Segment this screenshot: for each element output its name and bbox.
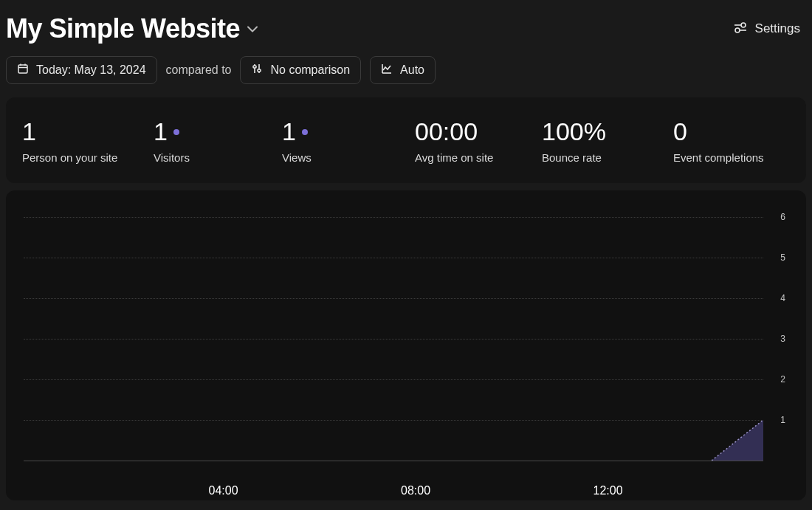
gridline [24,258,763,258]
chart-line-icon [381,63,393,77]
x-axis-label: 12:00 [593,484,623,497]
interval-label: Auto [400,63,424,77]
pulse-dot-icon [302,129,308,135]
date-picker-button[interactable]: Today: May 13, 2024 [6,56,157,84]
chart-area[interactable]: 123456 [24,202,791,468]
svg-rect-4 [18,65,27,73]
stat-label: Event completions [673,151,799,164]
y-axis-label: 2 [780,374,785,385]
gridline [24,298,763,299]
stat-people-on-site[interactable]: 1 Person on your site [22,118,154,164]
stat-value: 0 [673,118,687,145]
y-axis-label: 5 [780,252,785,263]
site-selector[interactable]: My Simple Website [6,13,258,44]
gridline [24,217,763,218]
stat-visitors[interactable]: 1 Visitors [154,118,282,164]
chart-area-fill [712,420,763,462]
stat-label: Views [282,151,415,164]
comparison-picker-button[interactable]: No comparison [240,56,361,84]
svg-rect-10 [253,66,256,68]
calendar-icon [17,63,29,77]
gridline [24,339,763,340]
x-axis-label: 04:00 [209,484,238,497]
stat-label: Visitors [154,151,282,164]
stat-views[interactable]: 1 Views [282,118,415,164]
sliders-icon [251,63,263,77]
stat-value: 1 [22,118,36,145]
stat-event-completions[interactable]: 0 Event completions [673,118,799,164]
stat-avg-time[interactable]: 00:00 Avg time on site [415,118,542,164]
x-axis-labels: 04:0008:0012:00 [24,484,763,496]
y-axis-label: 4 [780,293,785,303]
date-label: Today: May 13, 2024 [36,63,146,77]
stat-value: 100% [542,118,606,145]
stats-panel: 1 Person on your site 1 Visitors 1 Views… [6,97,806,183]
gridline [24,379,763,380]
y-axis-label: 6 [780,212,785,222]
stat-value: 1 [154,118,168,145]
x-axis-label: 08:00 [401,484,430,497]
baseline [24,461,763,461]
interval-picker-button[interactable]: Auto [370,56,436,84]
svg-rect-11 [258,69,261,72]
stat-label: Bounce rate [542,151,673,164]
compared-to-text: compared to [166,63,232,77]
settings-button[interactable]: Settings [733,21,806,37]
y-axis-label: 3 [780,334,785,344]
settings-icon [733,21,748,37]
svg-point-0 [735,28,740,32]
y-axis-label: 1 [780,415,785,425]
stat-value: 1 [282,118,296,145]
page-title: My Simple Website [6,13,240,44]
settings-label: Settings [755,21,800,36]
pulse-dot-icon [173,129,179,135]
comparison-label: No comparison [270,63,350,77]
svg-point-1 [741,23,746,27]
stat-bounce-rate[interactable]: 100% Bounce rate [542,118,673,164]
chart-panel: 123456 04:0008:0012:00 [6,190,806,500]
stat-label: Avg time on site [415,151,542,164]
gridline [24,420,763,421]
chevron-down-icon [247,26,258,32]
stat-value: 00:00 [415,118,478,145]
stat-label: Person on your site [22,151,154,164]
